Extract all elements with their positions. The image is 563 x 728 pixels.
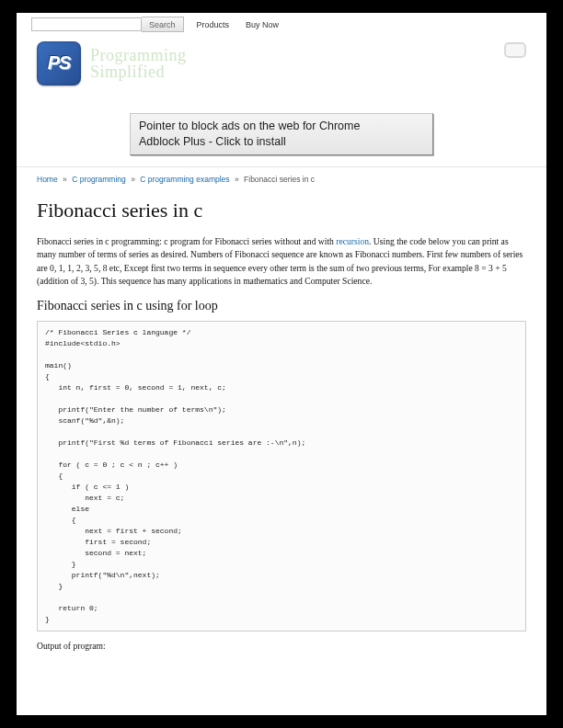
top-bar: Search Products Buy Now: [17, 13, 546, 34]
breadcrumb-sep: »: [131, 175, 135, 184]
breadcrumb-c-examples[interactable]: C programming examples: [140, 175, 229, 184]
window-control-icon: [504, 42, 526, 58]
search-button[interactable]: Search: [142, 17, 184, 32]
breadcrumb-c-programming[interactable]: C programming: [72, 175, 126, 184]
nav-buy-now[interactable]: Buy Now: [242, 20, 282, 29]
breadcrumb-sep: »: [235, 175, 239, 184]
site-title-line2: Simplified: [90, 63, 187, 80]
page: Search Products Buy Now Programming Simp…: [17, 13, 546, 715]
code-block: /* Fibonacci Series c language */ #inclu…: [37, 321, 526, 631]
ad-banner[interactable]: Pointer to block ads on the web for Chro…: [130, 113, 433, 155]
article-content: Fibonacci series in c Fibonacci series i…: [17, 199, 546, 670]
output-label: Output of program:: [37, 641, 526, 651]
breadcrumb-home[interactable]: Home: [37, 175, 58, 184]
site-title-line1: Programming: [90, 47, 187, 63]
ad-line-2: Adblock Plus - Click to install: [139, 134, 424, 150]
nav-products[interactable]: Products: [193, 20, 234, 29]
search-form: Search: [31, 17, 184, 32]
site-title: Programming Simplified: [90, 47, 187, 80]
breadcrumb-sep: »: [63, 175, 67, 184]
section-heading-for-loop: Fibonacci series in c using for loop: [37, 299, 526, 313]
intro-paragraph: Fibonacci series in c programming: c pro…: [37, 235, 526, 289]
page-title: Fibonacci series in c: [37, 199, 526, 222]
ps-logo-icon[interactable]: [37, 41, 81, 85]
site-logo-area: Programming Simplified: [17, 34, 546, 89]
search-input[interactable]: [31, 17, 142, 31]
ad-line-1: Pointer to block ads on the web for Chro…: [139, 119, 424, 134]
recursion-link[interactable]: recursion: [336, 236, 369, 246]
breadcrumb-current: Fibonacci series in c: [244, 175, 315, 184]
intro-text-before: Fibonacci series in c programming: c pro…: [37, 236, 336, 246]
breadcrumb: Home » C programming » C programming exa…: [17, 167, 546, 199]
